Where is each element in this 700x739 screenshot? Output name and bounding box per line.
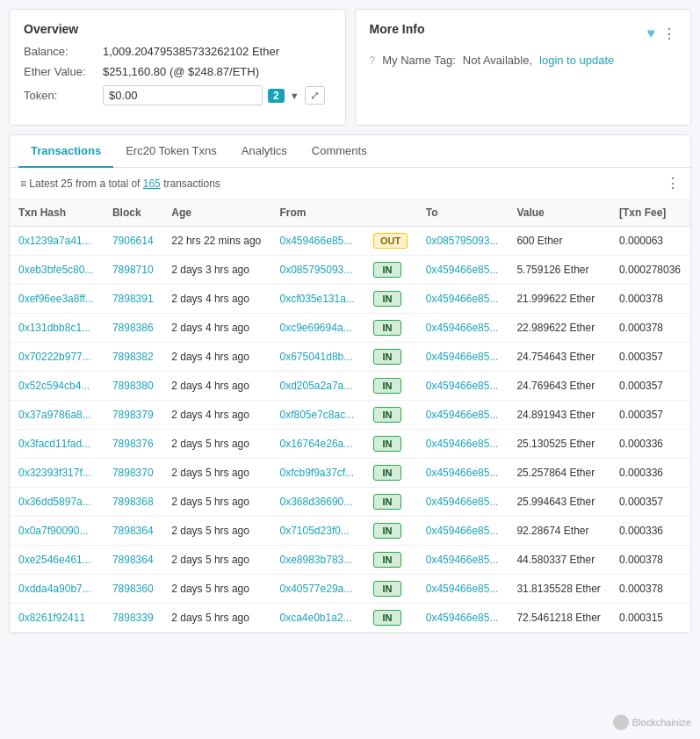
col-fee: [Txn Fee] xyxy=(610,199,690,227)
to-address-link[interactable]: 0x459466e85... xyxy=(426,322,499,334)
txn-hash-link[interactable]: 0x32393f317f... xyxy=(18,467,91,479)
txn-hash-link[interactable]: 0xdda4a90b7... xyxy=(18,583,91,595)
from-address-link[interactable]: 0x085795093... xyxy=(279,264,352,276)
block-link[interactable]: 7898339 xyxy=(112,612,154,624)
cell-to: 0x459466e85... xyxy=(417,604,509,633)
tab-analytics[interactable]: Analytics xyxy=(229,135,299,168)
from-address-link[interactable]: 0x16764e26a... xyxy=(279,438,352,450)
to-address-link[interactable]: 0x085795093... xyxy=(426,235,499,247)
block-link[interactable]: 7898379 xyxy=(112,409,154,421)
cell-from: 0xf805e7c8ac... xyxy=(271,401,364,430)
cell-from: 0x368d36690... xyxy=(271,488,364,517)
from-address-link[interactable]: 0xe8983b783... xyxy=(279,554,352,566)
txn-hash-link[interactable]: 0xe2546e461... xyxy=(18,554,91,566)
txn-hash-link[interactable]: 0x1239a7a41... xyxy=(18,235,91,247)
col-block: Block xyxy=(104,199,162,227)
cell-block: 7898364 xyxy=(104,546,162,575)
cell-age: 2 days 5 hrs ago xyxy=(162,546,271,575)
to-address-link[interactable]: 0x459466e85... xyxy=(426,351,499,363)
block-link[interactable]: 7898370 xyxy=(112,467,154,479)
to-address-link[interactable]: 0x459466e85... xyxy=(426,554,499,566)
to-address-link[interactable]: 0x459466e85... xyxy=(426,380,499,392)
from-address-link[interactable]: 0x40577e29a... xyxy=(279,583,352,595)
cell-txn-hash: 0xe2546e461... xyxy=(10,546,104,575)
to-address-link[interactable]: 0x459466e85... xyxy=(426,612,499,624)
txn-hash-link[interactable]: 0xeb3bfe5c80... xyxy=(18,264,93,276)
table-row: 0x36dd5897a... 7898368 2 days 5 hrs ago … xyxy=(10,488,690,517)
token-badge[interactable]: 2 xyxy=(268,89,285,103)
token-dropdown-icon[interactable]: ▼ xyxy=(290,91,299,101)
txn-hash-link[interactable]: 0xef96ee3a8ff... xyxy=(18,293,94,305)
block-link[interactable]: 7898368 xyxy=(112,496,154,508)
to-address-link[interactable]: 0x459466e85... xyxy=(426,496,499,508)
direction-badge: IN xyxy=(373,262,401,278)
tab-comments[interactable]: Comments xyxy=(299,135,379,168)
cell-value: 5.759126 Ether xyxy=(508,256,610,285)
cell-to: 0x459466e85... xyxy=(417,517,509,546)
txn-hash-link[interactable]: 0x36dd5897a... xyxy=(18,496,91,508)
from-address-link[interactable]: 0xc9e69694a... xyxy=(279,322,351,334)
transaction-count-link[interactable]: 165 xyxy=(143,178,161,190)
txn-hash-link[interactable]: 0x8261f92411 xyxy=(18,612,85,624)
block-link[interactable]: 7898710 xyxy=(112,264,154,276)
block-link[interactable]: 7898360 xyxy=(112,583,154,595)
token-expand-button[interactable]: ⤢ xyxy=(305,86,325,105)
cell-txn-hash: 0x32393f317f... xyxy=(10,459,104,488)
cell-block: 7898370 xyxy=(104,459,162,488)
txn-hash-link[interactable]: 0x37a9786a8... xyxy=(18,409,91,421)
block-link[interactable]: 7906614 xyxy=(112,235,154,247)
from-address-link[interactable]: 0xd205a2a7a... xyxy=(279,380,352,392)
cell-age: 22 hrs 22 mins ago xyxy=(162,227,271,256)
cell-from: 0x7105d23f0... xyxy=(271,517,364,546)
to-address-link[interactable]: 0x459466e85... xyxy=(426,467,499,479)
from-address-link[interactable]: 0xca4e0b1a2... xyxy=(279,612,351,624)
to-address-link[interactable]: 0x459466e85... xyxy=(426,409,499,421)
from-address-link[interactable]: 0x459466e85... xyxy=(279,235,352,247)
ether-value-row: Ether Value: $251,160.80 (@ $248.87/ETH) xyxy=(24,65,331,78)
txn-hash-link[interactable]: 0x70222b977... xyxy=(18,351,91,363)
from-address-link[interactable]: 0xf805e7c8ac... xyxy=(279,409,354,421)
table-row: 0x3facd11fad... 7898376 2 days 5 hrs ago… xyxy=(10,430,690,459)
cell-to: 0x459466e85... xyxy=(417,459,509,488)
block-link[interactable]: 7898364 xyxy=(112,554,154,566)
from-address-link[interactable]: 0xfcb9f9a37cf... xyxy=(279,467,354,479)
tab-erc20[interactable]: Erc20 Token Txns xyxy=(113,135,229,168)
heart-icon[interactable]: ♥ xyxy=(647,25,656,41)
table-row: 0xe2546e461... 7898364 2 days 5 hrs ago … xyxy=(10,546,690,575)
from-address-link[interactable]: 0x7105d23f0... xyxy=(279,525,349,537)
moreinfo-title: More Info xyxy=(370,22,425,36)
cell-age: 2 days 4 hrs ago xyxy=(162,372,271,401)
to-address-link[interactable]: 0x459466e85... xyxy=(426,525,499,537)
block-link[interactable]: 7898391 xyxy=(112,293,154,305)
block-link[interactable]: 7898386 xyxy=(112,322,154,334)
to-address-link[interactable]: 0x459466e85... xyxy=(426,438,499,450)
table-row: 0x37a9786a8... 7898379 2 days 4 hrs ago … xyxy=(10,401,690,430)
overview-title: Overview xyxy=(24,22,331,36)
cell-block: 7898368 xyxy=(104,488,162,517)
cell-fee: 0.000357 xyxy=(610,488,690,517)
kebab-menu-icon[interactable]: ⋮ xyxy=(662,25,676,42)
from-address-link[interactable]: 0x368d36690... xyxy=(279,496,352,508)
cell-from: 0x16764e26a... xyxy=(271,430,364,459)
tab-transactions[interactable]: Transactions xyxy=(18,135,113,168)
cell-to: 0x459466e85... xyxy=(417,343,509,372)
table-options-icon[interactable]: ⋮ xyxy=(666,175,680,192)
cell-direction: IN xyxy=(364,343,417,372)
txn-hash-link[interactable]: 0x131dbb8c1... xyxy=(18,322,90,334)
block-link[interactable]: 7898382 xyxy=(112,351,154,363)
txn-hash-link[interactable]: 0x0a7f90090... xyxy=(18,525,88,537)
block-link[interactable]: 7898364 xyxy=(112,525,154,537)
from-address-link[interactable]: 0x675041d8b... xyxy=(279,351,352,363)
cell-fee: 0.000336 xyxy=(610,430,690,459)
txn-hash-link[interactable]: 0x52c594cb4... xyxy=(18,380,90,392)
to-address-link[interactable]: 0x459466e85... xyxy=(426,264,499,276)
nametag-login-link[interactable]: login to update xyxy=(539,54,614,67)
to-address-link[interactable]: 0x459466e85... xyxy=(426,293,499,305)
txn-hash-link[interactable]: 0x3facd11fad... xyxy=(18,438,90,450)
block-link[interactable]: 7898376 xyxy=(112,438,154,450)
from-address-link[interactable]: 0xcf035e131a... xyxy=(279,293,354,305)
block-link[interactable]: 7898380 xyxy=(112,380,154,392)
token-input[interactable] xyxy=(103,85,263,105)
to-address-link[interactable]: 0x459466e85... xyxy=(426,583,499,595)
cell-value: 24.754643 Ether xyxy=(508,343,610,372)
